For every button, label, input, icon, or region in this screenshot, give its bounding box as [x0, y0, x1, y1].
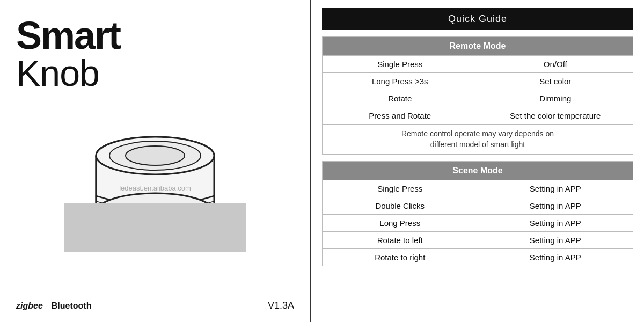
result-cell: Setting in APP	[478, 215, 633, 232]
result-cell: Dimming	[478, 90, 633, 107]
left-panel: Smart Knob	[0, 0, 311, 322]
table-row: Rotate Dimming	[323, 90, 633, 107]
table-row: Double Clicks Setting in APP	[323, 197, 633, 215]
table-row: Single Press Setting in APP	[323, 180, 633, 197]
action-cell: Long Press	[323, 215, 478, 232]
ground-shadow	[64, 203, 246, 252]
table-row: Long Press >3s Set color	[323, 73, 633, 90]
note-row: Remote control operate may vary depends …	[323, 125, 633, 155]
action-cell: Single Press	[323, 56, 478, 73]
action-cell: Press and Rotate	[323, 107, 478, 125]
result-cell: Set color	[478, 73, 633, 90]
action-cell: Double Clicks	[323, 197, 478, 215]
remote-mode-table: Remote Mode Single Press On/Off Long Pre…	[322, 36, 633, 155]
result-cell: Setting in APP	[478, 232, 633, 249]
badge-zigbee: zigbee	[16, 301, 43, 311]
badge-bluetooth: Bluetooth	[52, 301, 92, 311]
table-row: Rotate to right Setting in APP	[323, 249, 633, 266]
result-cell: Set the color temperature	[478, 107, 633, 125]
version-label: V1.3A	[268, 300, 294, 311]
note-text: Remote control operate may vary depends …	[323, 125, 633, 155]
quick-guide-header: Quick Guide	[322, 8, 633, 30]
action-cell: Rotate to right	[323, 249, 478, 266]
result-cell: Setting in APP	[478, 180, 633, 197]
table-row: Press and Rotate Set the color temperatu…	[323, 107, 633, 125]
table-row: Rotate to left Setting in APP	[323, 232, 633, 249]
scene-mode-table: Scene Mode Single Press Setting in APP D…	[322, 161, 633, 266]
bottom-bar: zigbee Bluetooth V1.3A	[16, 295, 294, 311]
table-row: Single Press On/Off	[323, 56, 633, 73]
right-panel: Quick Guide Remote Mode Single Press On/…	[311, 0, 644, 322]
knob-illustration: ledeast.en.alibaba.com	[16, 80, 294, 295]
table-row: Long Press Setting in APP	[323, 215, 633, 232]
action-cell: Rotate	[323, 90, 478, 107]
result-cell: Setting in APP	[478, 197, 633, 215]
title-section: Smart Knob	[16, 16, 294, 91]
action-cell: Single Press	[323, 180, 478, 197]
title-smart: Smart	[16, 16, 294, 55]
remote-mode-header: Remote Mode	[323, 37, 633, 56]
watermark: ledeast.en.alibaba.com	[119, 184, 191, 192]
result-cell: On/Off	[478, 56, 633, 73]
action-cell: Rotate to left	[323, 232, 478, 249]
svg-point-14	[126, 146, 185, 165]
badges: zigbee Bluetooth	[16, 301, 91, 311]
scene-mode-header: Scene Mode	[323, 162, 633, 180]
result-cell: Setting in APP	[478, 249, 633, 266]
action-cell: Long Press >3s	[323, 73, 478, 90]
